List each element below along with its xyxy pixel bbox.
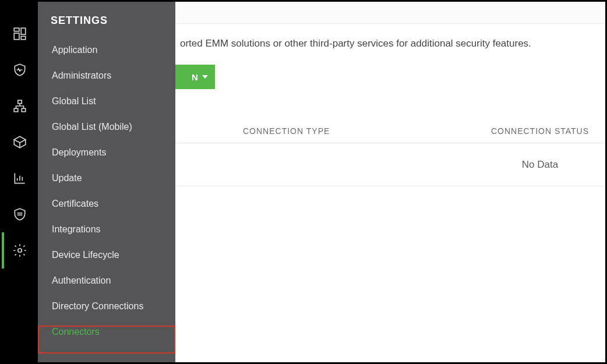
box-icon <box>12 135 27 150</box>
settings-item-certificates[interactable]: Certificates <box>38 191 175 217</box>
settings-item-integrations[interactable]: Integrations <box>38 217 175 242</box>
main-content: orted EMM solutions or other third-party… <box>175 2 605 362</box>
connections-table: CONNECTION TYPE CONNECTION STATUS No Dat… <box>175 119 605 186</box>
settings-item-update[interactable]: Update <box>38 165 175 191</box>
svg-point-7 <box>18 249 22 253</box>
settings-item-deployments[interactable]: Deployments <box>38 140 175 165</box>
add-connection-button[interactable]: N <box>175 65 215 89</box>
settings-flyout: SETTINGS Application Administrators Glob… <box>38 2 175 362</box>
nav-reports[interactable] <box>2 160 38 196</box>
shield-list-icon <box>12 207 27 222</box>
nav-policies[interactable] <box>2 196 38 232</box>
nav-packages[interactable] <box>2 124 38 160</box>
svg-rect-4 <box>18 100 22 103</box>
gear-icon <box>12 243 27 258</box>
settings-item-administrators[interactable]: Administrators <box>38 63 175 89</box>
svg-rect-1 <box>21 28 26 34</box>
nav-settings[interactable] <box>2 232 38 268</box>
nav-protection[interactable] <box>2 52 38 88</box>
nav-dashboard[interactable] <box>2 16 38 52</box>
settings-item-directory-connections[interactable]: Directory Connections <box>38 294 175 319</box>
svg-rect-0 <box>14 28 19 31</box>
svg-rect-2 <box>14 33 19 40</box>
grid-icon <box>12 26 27 41</box>
settings-item-device-lifecycle[interactable]: Device Lifecycle <box>38 242 175 268</box>
settings-item-application[interactable]: Application <box>38 37 175 63</box>
nav-icon-rail <box>2 2 38 362</box>
content-header-strip <box>175 2 605 24</box>
nav-network[interactable] <box>2 88 38 124</box>
table-row-empty: No Data <box>175 143 605 186</box>
settings-item-connectors[interactable]: Connectors <box>38 319 175 345</box>
add-connection-label: N <box>192 72 199 82</box>
svg-rect-5 <box>14 108 18 111</box>
settings-item-authentication[interactable]: Authentication <box>38 268 175 294</box>
settings-item-global-list-mobile[interactable]: Global List (Mobile) <box>38 114 175 140</box>
no-data-label: No Data <box>481 159 605 171</box>
column-header-connection-status[interactable]: CONNECTION STATUS <box>481 126 605 136</box>
page-description: orted EMM solutions or other third-party… <box>175 24 605 65</box>
column-header-connection-type[interactable]: CONNECTION TYPE <box>175 126 481 136</box>
settings-title: SETTINGS <box>38 11 175 37</box>
table-header-row: CONNECTION TYPE CONNECTION STATUS <box>175 119 605 143</box>
tree-icon <box>12 98 27 114</box>
settings-item-global-list[interactable]: Global List <box>38 89 175 114</box>
bar-chart-icon <box>12 171 27 186</box>
svg-rect-6 <box>22 108 26 111</box>
svg-rect-3 <box>21 36 26 39</box>
chevron-down-icon <box>202 75 208 79</box>
shield-pulse-icon <box>12 62 27 77</box>
